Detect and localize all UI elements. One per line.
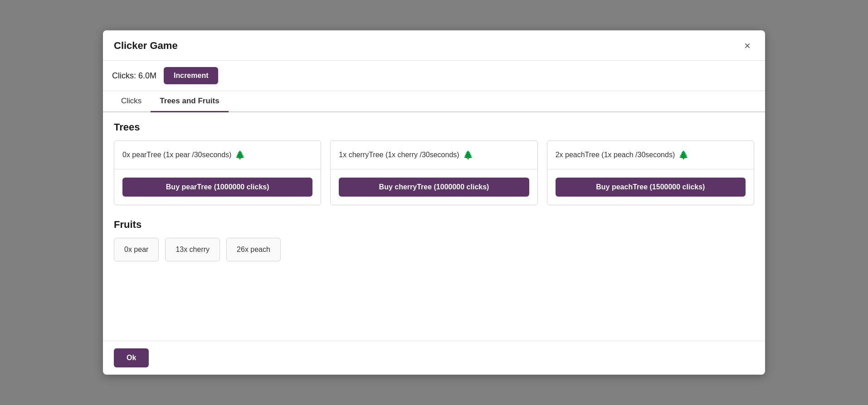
tree-card-peach-info: 2x peachTree (1x peach /30seconds) 🌲	[547, 141, 754, 169]
close-button[interactable]: ×	[741, 39, 754, 53]
tree-card-pear-action: Buy pearTree (1000000 clicks)	[114, 169, 321, 205]
fruit-cherry-badge: 13x cherry	[165, 238, 220, 261]
toolbar: Clicks: 6.0M Increment	[103, 61, 765, 91]
fruit-pear-badge: 0x pear	[114, 238, 159, 261]
tree-pear-label: 0x pearTree (1x pear /30seconds)	[122, 151, 231, 159]
modal-body: Trees 0x pearTree (1x pear /30seconds) 🌲…	[103, 112, 765, 341]
fruit-peach-badge: 26x peach	[226, 238, 281, 261]
ok-button[interactable]: Ok	[114, 348, 149, 367]
tree-card-cherry: 1x cherryTree (1x cherry /30seconds) 🌲 B…	[330, 140, 537, 205]
tree-card-cherry-info: 1x cherryTree (1x cherry /30seconds) 🌲	[331, 141, 537, 169]
tree-card-pear: 0x pearTree (1x pear /30seconds) 🌲 Buy p…	[114, 140, 321, 205]
tab-trees-and-fruits[interactable]: Trees and Fruits	[151, 91, 228, 112]
modal-title: Clicker Game	[114, 40, 178, 52]
tree-peach-label: 2x peachTree (1x peach /30seconds)	[556, 151, 675, 159]
buy-peach-tree-button[interactable]: Buy peachTree (1500000 clicks)	[556, 178, 746, 197]
tree-card-peach: 2x peachTree (1x peach /30seconds) 🌲 Buy…	[547, 140, 754, 205]
overlay: Clicker Game × Clicks: 6.0M Increment Cl…	[0, 0, 868, 405]
tab-clicks[interactable]: Clicks	[112, 91, 151, 112]
trees-grid: 0x pearTree (1x pear /30seconds) 🌲 Buy p…	[114, 140, 754, 205]
tree-card-peach-action: Buy peachTree (1500000 clicks)	[547, 169, 754, 205]
tree-card-pear-info: 0x pearTree (1x pear /30seconds) 🌲	[114, 141, 321, 169]
modal-header: Clicker Game ×	[103, 30, 765, 61]
clicks-display: Clicks: 6.0M	[112, 71, 156, 81]
modal-footer: Ok	[103, 341, 765, 375]
tree-cherry-icon: 🌲	[463, 150, 473, 160]
tree-peach-icon: 🌲	[678, 150, 688, 160]
fruits-grid: 0x pear 13x cherry 26x peach	[114, 238, 754, 261]
buy-pear-tree-button[interactable]: Buy pearTree (1000000 clicks)	[122, 178, 312, 197]
fruits-section: Fruits 0x pear 13x cherry 26x peach	[114, 219, 754, 261]
trees-section: Trees 0x pearTree (1x pear /30seconds) 🌲…	[114, 121, 754, 205]
tabs-row: Clicks Trees and Fruits	[103, 91, 765, 112]
tree-pear-icon: 🌲	[235, 150, 245, 160]
modal-dialog: Clicker Game × Clicks: 6.0M Increment Cl…	[103, 30, 765, 375]
increment-button[interactable]: Increment	[164, 67, 218, 84]
trees-section-title: Trees	[114, 121, 754, 133]
tree-cherry-label: 1x cherryTree (1x cherry /30seconds)	[339, 151, 459, 159]
buy-cherry-tree-button[interactable]: Buy cherryTree (1000000 clicks)	[339, 178, 529, 197]
fruits-section-title: Fruits	[114, 219, 754, 231]
tree-card-cherry-action: Buy cherryTree (1000000 clicks)	[331, 169, 537, 205]
